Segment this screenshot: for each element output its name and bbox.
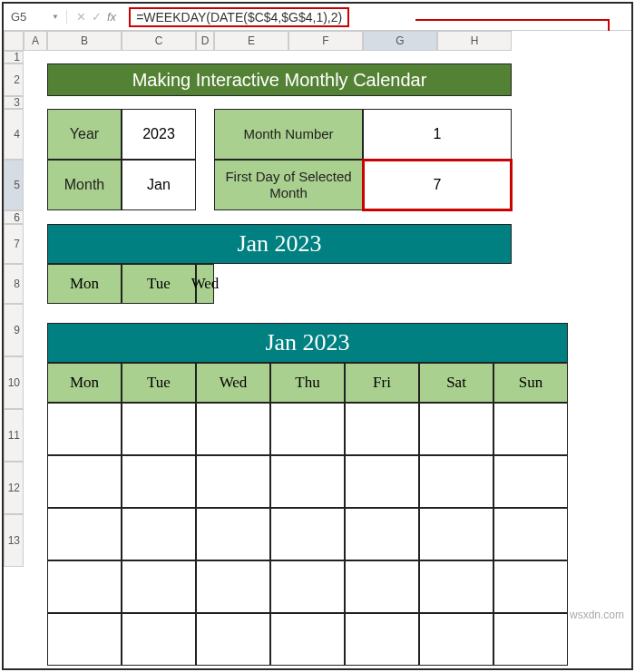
cal-cell[interactable] xyxy=(122,560,196,613)
row-head-2[interactable]: 2 xyxy=(4,63,24,96)
cal-cell[interactable] xyxy=(419,560,493,613)
cal-cell[interactable] xyxy=(493,508,568,560)
col-head-A[interactable]: A xyxy=(24,31,47,51)
row-head-10[interactable]: 10 xyxy=(4,356,24,409)
cal-cell[interactable] xyxy=(196,455,270,508)
row-head-8[interactable]: 8 xyxy=(4,264,24,304)
dayh-sun: Sun xyxy=(493,363,568,403)
cal-cell[interactable] xyxy=(493,613,568,666)
year-value[interactable]: 2023 xyxy=(122,109,196,160)
cal-cell[interactable] xyxy=(493,455,568,508)
cal-cell[interactable] xyxy=(493,560,568,613)
chevron-down-icon[interactable]: ▼ xyxy=(52,13,59,21)
cal-cell[interactable] xyxy=(345,613,419,666)
formula-bar: G5 ▼ ✕ ✓ fx =WEEKDAY(DATE($C$4,$G$4,1),2… xyxy=(4,4,631,31)
cal-cell[interactable] xyxy=(270,455,345,508)
day-tue: Tue xyxy=(122,264,196,304)
cal-cell[interactable] xyxy=(270,403,345,455)
row-head-11[interactable]: 11 xyxy=(4,409,24,462)
cal-cell[interactable] xyxy=(345,403,419,455)
monthnum-label: Month Number xyxy=(214,109,363,160)
month-value[interactable]: Jan xyxy=(122,160,196,210)
cancel-icon[interactable]: ✕ xyxy=(76,10,86,24)
cal-cell[interactable] xyxy=(345,455,419,508)
cal-cell[interactable] xyxy=(122,613,196,666)
dayh-fri: Fri xyxy=(345,363,419,403)
page-title: Making Interactive Monthly Calendar xyxy=(47,63,512,96)
row-head-6[interactable]: 6 xyxy=(4,210,24,224)
cal-cell[interactable] xyxy=(122,508,196,560)
cal-cell[interactable] xyxy=(345,560,419,613)
name-box[interactable]: G5 ▼ xyxy=(4,10,67,24)
row-head-5[interactable]: 5 xyxy=(4,160,24,210)
row-head-12[interactable]: 12 xyxy=(4,462,24,514)
select-all-corner[interactable] xyxy=(4,31,24,51)
cal-cell[interactable] xyxy=(47,613,122,666)
row-head-4[interactable]: 4 xyxy=(4,109,24,160)
cal-cell[interactable] xyxy=(196,560,270,613)
row-head-3[interactable]: 3 xyxy=(4,96,24,109)
formula-buttons: ✕ ✓ fx xyxy=(67,10,129,24)
cal-cell[interactable] xyxy=(196,613,270,666)
col-head-H[interactable]: H xyxy=(437,31,512,51)
cal-cell[interactable] xyxy=(419,613,493,666)
cal-cell[interactable] xyxy=(122,455,196,508)
cal-cell[interactable] xyxy=(419,455,493,508)
formula-input[interactable]: =WEEKDAY(DATE($C$4,$G$4,1),2) xyxy=(129,7,349,27)
col-head-F[interactable]: F xyxy=(288,31,363,51)
cal-cell[interactable] xyxy=(47,403,122,455)
fx-icon[interactable]: fx xyxy=(107,10,116,24)
monthnum-value[interactable]: 1 xyxy=(363,109,512,160)
name-box-value: G5 xyxy=(11,10,26,24)
firstday-value[interactable]: 7 xyxy=(363,160,512,210)
cal-cell[interactable] xyxy=(345,508,419,560)
enter-icon[interactable]: ✓ xyxy=(92,10,102,24)
col-head-C[interactable]: C xyxy=(122,31,196,51)
cal-cell[interactable] xyxy=(493,403,568,455)
cal-cell[interactable] xyxy=(270,508,345,560)
row-head-9[interactable]: 9 xyxy=(4,304,24,356)
calendar-title: Jan 2023 xyxy=(47,224,512,264)
firstday-label: First Day of Selected Month xyxy=(214,160,363,210)
dayh-thu: Thu xyxy=(270,363,345,403)
col-head-B[interactable]: B xyxy=(47,31,122,51)
year-label: Year xyxy=(47,109,122,160)
calendar-block: Jan 2023 Mon Tue Wed Thu Fri Sat Sun xyxy=(47,323,568,666)
month-label: Month xyxy=(47,160,122,210)
dayh-wed: Wed xyxy=(196,363,270,403)
day-wed: Wed xyxy=(196,264,214,304)
cal-cell[interactable] xyxy=(122,403,196,455)
cal-cell[interactable] xyxy=(47,508,122,560)
cal-cell[interactable] xyxy=(47,455,122,508)
dayh-mon: Mon xyxy=(47,363,122,403)
cal-cell[interactable] xyxy=(270,613,345,666)
dayh-tue: Tue xyxy=(122,363,196,403)
cal-cell[interactable] xyxy=(419,508,493,560)
cal-cell[interactable] xyxy=(47,560,122,613)
cal-cell[interactable] xyxy=(196,508,270,560)
calendar-title-overlay: Jan 2023 xyxy=(47,323,568,363)
cal-cell[interactable] xyxy=(196,403,270,455)
col-head-G[interactable]: G xyxy=(363,31,437,51)
col-head-D[interactable]: D xyxy=(196,31,214,51)
row-head-13[interactable]: 13 xyxy=(4,514,24,567)
watermark: wsxdn.com xyxy=(570,609,624,621)
dayh-sat: Sat xyxy=(419,363,493,403)
day-mon: Mon xyxy=(47,264,122,304)
row-head-1[interactable]: 1 xyxy=(4,51,24,63)
row-head-7[interactable]: 7 xyxy=(4,224,24,264)
col-head-E[interactable]: E xyxy=(214,31,288,51)
cal-cell[interactable] xyxy=(419,403,493,455)
cal-cell[interactable] xyxy=(270,560,345,613)
